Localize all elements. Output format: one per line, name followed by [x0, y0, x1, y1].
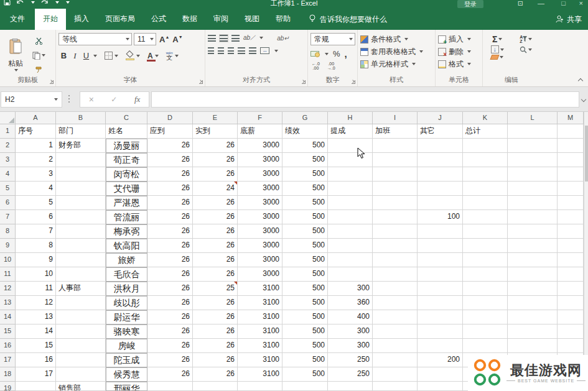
cell-B3[interactable] — [56, 153, 106, 167]
cell-A2[interactable]: 1 — [16, 139, 56, 153]
cell-B16[interactable] — [56, 339, 106, 353]
column-header-B[interactable]: B — [56, 112, 106, 124]
cell-A5[interactable]: 4 — [16, 182, 56, 196]
cell-L3[interactable] — [508, 153, 558, 167]
cell-I8[interactable] — [373, 224, 418, 239]
style-button-套用表格格式[interactable]: 套用表格格式 — [360, 45, 432, 58]
cell-K2[interactable] — [463, 139, 508, 153]
middle-align-icon[interactable] — [220, 35, 228, 42]
cell-E7[interactable]: 26 — [193, 210, 238, 224]
cell-I2[interactable] — [373, 139, 418, 153]
cell-C4[interactable]: 闵寄松 — [106, 167, 147, 182]
tab-审阅[interactable]: 审阅 — [205, 9, 236, 30]
row-header-8[interactable]: 8 — [0, 224, 16, 239]
cell-K5[interactable] — [463, 182, 508, 196]
column-header-E[interactable]: E — [193, 112, 238, 124]
accounting-dropdown-icon[interactable] — [325, 53, 329, 55]
vertical-scrollbar[interactable] — [584, 112, 588, 391]
cell-L11[interactable] — [508, 267, 558, 282]
insert-function-icon[interactable]: fx — [134, 94, 140, 104]
collapse-ribbon-icon[interactable] — [578, 78, 583, 83]
cell-M2[interactable] — [558, 139, 584, 153]
cell-C5[interactable]: 艾代珊 — [106, 182, 147, 196]
cell-G4[interactable]: 500 — [282, 167, 328, 182]
cell-A3[interactable]: 2 — [16, 153, 56, 167]
cell-L12[interactable] — [508, 282, 558, 296]
cell-D15[interactable]: 26 — [147, 324, 193, 339]
comma-style-button[interactable]: , — [345, 48, 347, 59]
cell-M9[interactable] — [558, 239, 584, 253]
cell-D6[interactable]: 26 — [147, 196, 193, 210]
number-dialog-launcher-icon[interactable] — [352, 80, 355, 84]
formula-input[interactable] — [151, 91, 579, 108]
orientation-icon[interactable]: ab⟋ — [243, 34, 254, 42]
cell-D11[interactable]: 26 — [147, 267, 193, 282]
minimize-icon[interactable]: — — [538, 0, 544, 8]
cell-B7[interactable] — [56, 210, 106, 224]
cell-I3[interactable] — [373, 153, 418, 167]
cell-K10[interactable] — [463, 253, 508, 267]
cell-G8[interactable]: 500 — [282, 224, 328, 239]
row-header-9[interactable]: 9 — [0, 239, 16, 253]
cell-D19[interactable] — [147, 382, 193, 391]
font-color-dropdown-icon[interactable] — [155, 55, 159, 57]
cell-M7[interactable] — [558, 210, 584, 224]
cell-M6[interactable] — [558, 196, 584, 210]
cell-H7[interactable] — [328, 210, 373, 224]
cell-A10[interactable]: 9 — [16, 253, 56, 267]
cell-L10[interactable] — [508, 253, 558, 267]
borders-icon[interactable] — [105, 52, 113, 60]
cell-E17[interactable]: 26 — [193, 353, 238, 367]
cell-F14[interactable]: 3100 — [238, 310, 282, 324]
cell-H15[interactable]: 300 — [328, 324, 373, 339]
cell-F3[interactable]: 3000 — [238, 153, 282, 167]
cell-F8[interactable]: 3000 — [238, 224, 282, 239]
top-align-icon[interactable] — [208, 35, 216, 42]
cell-H11[interactable] — [328, 267, 373, 282]
cell-F1[interactable]: 底薪 — [238, 124, 282, 139]
decrease-decimal-button[interactable]: .00→.0 — [326, 61, 337, 71]
cell-L4[interactable] — [508, 167, 558, 182]
cell-C19[interactable]: 邢丽华 — [106, 382, 147, 391]
cell-L16[interactable] — [508, 339, 558, 353]
cell-E13[interactable]: 26 — [193, 296, 238, 310]
cell-L5[interactable] — [508, 182, 558, 196]
row-header-3[interactable]: 3 — [0, 153, 16, 167]
cell-F4[interactable]: 3000 — [238, 167, 282, 182]
cell-B9[interactable] — [56, 239, 106, 253]
column-header-L[interactable]: L — [508, 112, 558, 124]
cell-E11[interactable]: 26 — [193, 267, 238, 282]
cell-A6[interactable]: 5 — [16, 196, 56, 210]
cell-B10[interactable] — [56, 253, 106, 267]
cell-B11[interactable] — [56, 267, 106, 282]
cell-B18[interactable] — [56, 367, 106, 382]
cell-E1[interactable]: 实到 — [193, 124, 238, 139]
cell-J10[interactable] — [418, 253, 463, 267]
find-select-button[interactable] — [514, 45, 538, 53]
cell-C18[interactable]: 候秀慧 — [106, 367, 147, 382]
cell-H1[interactable]: 提成 — [328, 124, 373, 139]
column-header-K[interactable]: K — [463, 112, 508, 124]
cell-B6[interactable] — [56, 196, 106, 210]
cell-B13[interactable] — [56, 296, 106, 310]
align-right-icon[interactable] — [228, 47, 234, 54]
cell-E19[interactable] — [193, 382, 238, 391]
cell-H17[interactable]: 250 — [328, 353, 373, 367]
cell-L9[interactable] — [508, 239, 558, 253]
cell-H18[interactable]: 250 — [328, 367, 373, 382]
cell-H5[interactable] — [328, 182, 373, 196]
cell-E9[interactable]: 26 — [193, 239, 238, 253]
enter-icon[interactable]: ✓ — [111, 95, 117, 104]
column-header-G[interactable]: G — [282, 112, 328, 124]
cell-G1[interactable]: 绩效 — [282, 124, 328, 139]
merge-dropdown-icon[interactable] — [274, 50, 278, 52]
cell-F5[interactable]: 3000 — [238, 182, 282, 196]
fill-button[interactable]: ↓ — [485, 45, 509, 53]
fill-color-icon[interactable] — [126, 52, 134, 60]
row-header-12[interactable]: 12 — [0, 282, 16, 296]
cell-M4[interactable] — [558, 167, 584, 182]
cell-F10[interactable]: 3000 — [238, 253, 282, 267]
cells-button-插入[interactable]: 插入 — [438, 33, 480, 45]
cell-C15[interactable]: 骆映寒 — [106, 324, 147, 339]
tab-插入[interactable]: 插入 — [66, 9, 97, 30]
